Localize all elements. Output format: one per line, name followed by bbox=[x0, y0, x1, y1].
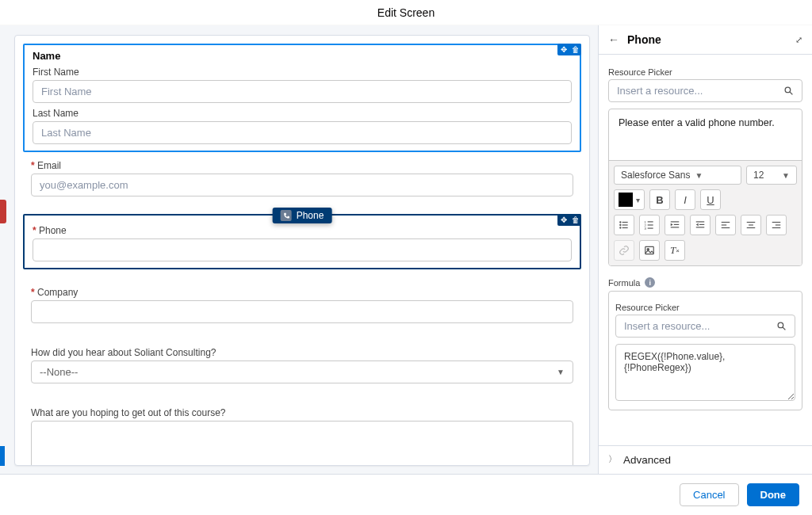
first-name-input[interactable] bbox=[33, 80, 572, 103]
email-input[interactable] bbox=[31, 174, 573, 196]
expand-icon[interactable]: ⤢ bbox=[795, 35, 802, 45]
svg-line-34 bbox=[783, 327, 785, 330]
text-color-button[interactable]: ▾ bbox=[614, 189, 645, 210]
svg-point-33 bbox=[778, 322, 783, 328]
company-label: Company bbox=[31, 287, 573, 298]
move-icon[interactable]: ✥ bbox=[557, 214, 569, 226]
name-component[interactable]: ✥ 🗑 Name First Name Last Name bbox=[23, 44, 581, 152]
svg-rect-25 bbox=[747, 222, 756, 223]
advanced-section-toggle[interactable]: 〉 Advanced bbox=[599, 445, 812, 474]
align-left-button[interactable] bbox=[715, 215, 736, 235]
indent-button[interactable] bbox=[665, 215, 685, 235]
last-name-label: Last Name bbox=[33, 108, 572, 119]
company-input[interactable] bbox=[31, 300, 573, 323]
font-family-value: Salesforce Sans bbox=[621, 170, 690, 181]
search-icon bbox=[783, 86, 794, 96]
svg-rect-9 bbox=[648, 221, 653, 222]
referral-select[interactable]: --None-- ▼ bbox=[31, 360, 573, 383]
align-center-button[interactable] bbox=[741, 215, 761, 235]
svg-rect-13 bbox=[648, 228, 653, 229]
info-icon[interactable]: i bbox=[645, 277, 655, 288]
component-toolbox: ✥ 🗑 bbox=[557, 214, 581, 226]
phone-icon bbox=[281, 210, 292, 221]
phone-label: Phone bbox=[33, 225, 572, 236]
bold-button[interactable]: B bbox=[649, 189, 670, 210]
formula-resource-picker-label: Resource Picker bbox=[615, 303, 795, 312]
font-family-select[interactable]: Salesforce Sans ▼ bbox=[614, 166, 741, 185]
image-button[interactable] bbox=[639, 240, 660, 261]
properties-panel: ← Phone ⤢ Resource Picker Insert a resou… bbox=[598, 25, 812, 474]
referral-selected: --None-- bbox=[40, 366, 78, 378]
svg-rect-17 bbox=[671, 227, 680, 227]
page-title: Edit Screen bbox=[0, 0, 812, 25]
bullet-list-button[interactable] bbox=[614, 215, 634, 235]
numbered-list-button[interactable]: 123 bbox=[639, 215, 660, 235]
phone-input[interactable] bbox=[33, 238, 572, 261]
chevron-down-icon: ▼ bbox=[695, 171, 703, 180]
screen-canvas: ✥ 🗑 Name First Name Last Name Email bbox=[0, 25, 598, 474]
formula-resource-picker[interactable]: Insert a resource... bbox=[615, 315, 795, 338]
chevron-right-icon: 〉 bbox=[608, 453, 617, 465]
formula-label: Formula bbox=[608, 278, 640, 288]
company-component[interactable]: Company bbox=[23, 277, 581, 330]
svg-text:3: 3 bbox=[645, 227, 647, 231]
email-label: Email bbox=[31, 160, 573, 171]
cancel-button[interactable]: Cancel bbox=[680, 483, 738, 506]
goal-textarea[interactable] bbox=[31, 421, 573, 466]
done-button[interactable]: Done bbox=[747, 483, 800, 506]
resource-picker[interactable]: Insert a resource... bbox=[608, 79, 802, 102]
svg-marker-20 bbox=[696, 223, 699, 227]
svg-rect-22 bbox=[722, 222, 730, 223]
font-size-select[interactable]: 12 ▼ bbox=[746, 166, 797, 185]
name-section-title: Name bbox=[33, 50, 572, 62]
clear-format-button[interactable]: T× bbox=[665, 240, 685, 261]
svg-rect-3 bbox=[622, 222, 628, 223]
chevron-down-icon: ▾ bbox=[636, 196, 640, 204]
goal-component[interactable]: What are you hoping to get out of this c… bbox=[23, 398, 581, 466]
delete-icon[interactable]: 🗑 bbox=[569, 44, 581, 55]
link-button[interactable] bbox=[614, 240, 634, 261]
font-size-value: 12 bbox=[753, 170, 764, 181]
svg-rect-24 bbox=[722, 227, 730, 228]
svg-rect-28 bbox=[772, 222, 781, 223]
svg-line-1 bbox=[790, 92, 792, 94]
svg-marker-16 bbox=[671, 223, 673, 227]
formula-section: Resource Picker Insert a resource... bbox=[608, 291, 802, 410]
svg-rect-18 bbox=[696, 221, 705, 222]
move-icon[interactable]: ✥ bbox=[557, 44, 569, 55]
phone-drag-chip[interactable]: Phone bbox=[273, 208, 332, 223]
error-message-text[interactable]: Please enter a valid phone number. bbox=[609, 109, 802, 160]
chevron-down-icon: ▼ bbox=[557, 368, 565, 376]
panel-title: Phone bbox=[627, 33, 787, 46]
italic-button[interactable]: I bbox=[675, 189, 695, 210]
svg-rect-15 bbox=[674, 224, 679, 225]
outdent-button[interactable] bbox=[690, 215, 710, 235]
phone-component[interactable]: Phone ✥ 🗑 Phone bbox=[23, 214, 581, 269]
svg-rect-7 bbox=[622, 227, 628, 228]
svg-rect-30 bbox=[772, 227, 781, 228]
component-toolbox: ✥ 🗑 bbox=[557, 44, 581, 55]
email-component[interactable]: Email bbox=[23, 160, 581, 203]
left-edge-handle[interactable] bbox=[0, 200, 6, 223]
svg-rect-5 bbox=[622, 224, 628, 225]
svg-rect-26 bbox=[749, 224, 753, 225]
referral-label: How did you hear about Soliant Consultin… bbox=[31, 347, 573, 358]
back-icon[interactable]: ← bbox=[608, 33, 619, 46]
delete-icon[interactable]: 🗑 bbox=[569, 214, 581, 226]
formula-resource-placeholder: Insert a resource... bbox=[624, 320, 710, 332]
resource-picker-placeholder: Insert a resource... bbox=[617, 85, 703, 97]
phone-chip-label: Phone bbox=[297, 210, 324, 221]
svg-rect-31 bbox=[645, 246, 654, 254]
svg-rect-27 bbox=[747, 227, 756, 228]
last-name-input[interactable] bbox=[33, 121, 572, 144]
referral-component[interactable]: How did you hear about Soliant Consultin… bbox=[23, 338, 581, 390]
underline-button[interactable]: U bbox=[700, 189, 721, 210]
chevron-down-icon: ▼ bbox=[782, 171, 790, 180]
align-right-button[interactable] bbox=[766, 215, 787, 235]
svg-rect-29 bbox=[776, 224, 780, 225]
formula-expression-input[interactable] bbox=[615, 344, 795, 401]
svg-rect-23 bbox=[722, 224, 726, 225]
advanced-label: Advanced bbox=[623, 454, 671, 466]
first-name-label: First Name bbox=[33, 67, 572, 78]
svg-point-6 bbox=[619, 227, 621, 228]
